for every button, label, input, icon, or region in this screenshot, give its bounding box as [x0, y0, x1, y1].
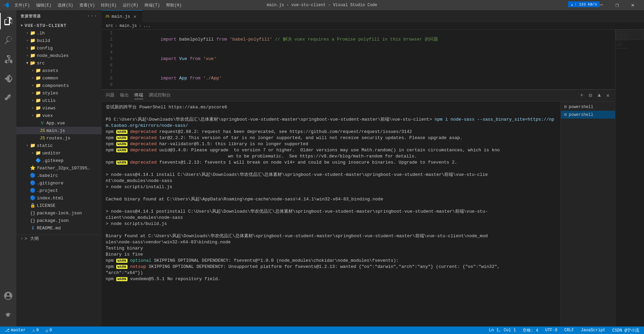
- split-terminal-button[interactable]: ⊟: [587, 91, 594, 100]
- terminal-tab-output[interactable]: 输出: [120, 92, 129, 99]
- tree-item-ueditor[interactable]: › 📁 ueditor: [16, 149, 102, 157]
- status-position[interactable]: Ln 1, Col 1: [487, 327, 518, 334]
- activity-account[interactable]: [0, 288, 16, 304]
- terminal-line-blank2: [106, 166, 556, 172]
- tree-item-package-lock[interactable]: {} package-lock.json: [16, 209, 102, 217]
- terminal-tab-problems[interactable]: 问题: [106, 92, 115, 99]
- explorer-icon: [4, 17, 13, 25]
- encoding-label: UTF-8: [545, 328, 557, 333]
- tree-item-project[interactable]: 🔵 .project: [16, 187, 102, 194]
- tree-item-assets[interactable]: › 📁 assets: [16, 67, 102, 74]
- activity-search[interactable]: [0, 32, 16, 48]
- terminal-line-postinstall1: > node-sass@4.14.1 postinstall C:\Users\…: [106, 209, 556, 221]
- line-numbers: 12345 6789: [102, 30, 115, 89]
- tree-item-license[interactable]: 🔒 LICENSE: [16, 202, 102, 209]
- folder-icon-vuex: 📁: [35, 113, 41, 118]
- status-errors[interactable]: ⚠ 0: [30, 327, 41, 334]
- tree-item-feather[interactable]: ⭐ feather_32px_1073956_easyicon.net...: [16, 164, 102, 172]
- tree-item-index-html[interactable]: 🔵 index.html: [16, 194, 102, 202]
- tree-item-node-modules[interactable]: › 📁 node_modules: [16, 52, 102, 59]
- code-line-3: import App from './App': [118, 69, 615, 88]
- tree-item-utils[interactable]: › 📁 utils: [16, 97, 102, 104]
- tree-item-gitkeep[interactable]: 🔷 .gitkeep: [16, 157, 102, 164]
- tree-item-static[interactable]: › 📁 static: [16, 142, 102, 149]
- terminal-instance-label-2: powershell: [569, 112, 593, 117]
- code-lines[interactable]: import babelpolyfill from 'babel-polyfil…: [115, 30, 615, 89]
- tree-arrow-styles: ›: [30, 90, 35, 96]
- close-panel-button[interactable]: ✕: [605, 91, 611, 100]
- menu-select[interactable]: 选择(S): [55, 2, 76, 9]
- tree-item-src[interactable]: ▼ 📂 src: [16, 59, 102, 67]
- restore-button[interactable]: ❐: [609, 0, 625, 10]
- breadcrumb-file[interactable]: main.js: [120, 24, 137, 28]
- activity-run-debug[interactable]: [0, 70, 16, 87]
- activity-explorer[interactable]: [0, 13, 16, 29]
- tree-label-readme: README.md: [37, 226, 61, 231]
- tree-label-components: components: [42, 83, 69, 88]
- tree-item-babelrc[interactable]: 🔵 .babelrc: [16, 172, 102, 179]
- activity-source-control[interactable]: [0, 51, 16, 67]
- tree-item-app-vue[interactable]: V App.vue: [16, 119, 102, 127]
- tree-item-common[interactable]: › 📁 common: [16, 74, 102, 82]
- tree-item-lh[interactable]: › 📁 .lh: [16, 29, 102, 37]
- tree-item-components[interactable]: › 📁 components: [16, 82, 102, 89]
- terminal-tab-terminal[interactable]: 终端: [134, 92, 143, 99]
- tree-item-config[interactable]: › 📁 config: [16, 44, 102, 52]
- breadcrumb-sep1: ›: [115, 24, 118, 28]
- breadcrumb-src[interactable]: src: [106, 24, 113, 28]
- menu-run[interactable]: 运行(R): [120, 2, 141, 9]
- breadcrumb-symbol[interactable]: ...: [143, 24, 151, 28]
- tree-item-vuex[interactable]: › 📁 vuex: [16, 112, 102, 119]
- tree-item-routes-js[interactable]: JS routes.js: [16, 134, 102, 142]
- activity-settings[interactable]: [0, 307, 16, 323]
- tree-item-readme[interactable]: ℹ README.md: [16, 224, 102, 232]
- status-line-ending[interactable]: CRLF: [562, 327, 576, 334]
- tree-arrow-main-js: [34, 128, 40, 133]
- tree-item-views[interactable]: › 📁 views: [16, 104, 102, 112]
- sidebar-header: 资源管理器 ···: [16, 10, 102, 22]
- menu-edit[interactable]: 编辑(E): [33, 2, 55, 9]
- tree-item-build[interactable]: › 📁 build: [16, 37, 102, 44]
- terminal-instance-label-1: powershell: [569, 105, 593, 109]
- menu-file[interactable]: 文件(F): [12, 2, 33, 9]
- status-csdn[interactable]: CSDN @宁小流: [610, 327, 641, 334]
- outline-item[interactable]: › > 大纲: [16, 235, 102, 242]
- terminal-body[interactable]: 尝试新的跨平台 PowerShell https://aka.ms/pscore…: [102, 102, 560, 327]
- maximize-panel-button[interactable]: ▲: [596, 92, 602, 99]
- tab-close-main-js[interactable]: ✕: [132, 14, 138, 19]
- tree-arrow-config: ›: [25, 45, 30, 51]
- terminal-tab-debug[interactable]: 调试控制台: [149, 92, 171, 99]
- terminal-instance-1[interactable]: ⊡ powershell: [561, 103, 615, 111]
- status-warnings[interactable]: △ 0: [44, 327, 54, 334]
- tree-item-gitignore[interactable]: 🔵 .gitignore: [16, 179, 102, 187]
- tab-main-js[interactable]: JS main.js ✕: [102, 10, 143, 22]
- status-branch[interactable]: ⎇ master: [3, 327, 28, 334]
- branch-icon: ⎇: [5, 328, 10, 333]
- tree-item-styles[interactable]: › 📁 styles: [16, 89, 102, 97]
- tree-item-main-js[interactable]: JS main.js: [16, 127, 102, 134]
- terminal-tab-controls: + ⊟ ▲ ✕: [579, 91, 611, 100]
- tree-item-package-json[interactable]: {} package.json: [16, 217, 102, 224]
- sidebar-more-button[interactable]: ···: [87, 13, 98, 19]
- status-spaces[interactable]: 空格: 4: [521, 327, 540, 334]
- minimap-slider[interactable]: [615, 30, 644, 40]
- new-terminal-button[interactable]: +: [579, 92, 585, 99]
- status-language[interactable]: JavaScript: [579, 327, 608, 334]
- menu-goto[interactable]: 转到(G): [98, 2, 119, 9]
- file-icon-project: 🔵: [30, 188, 35, 193]
- warning-count: 0: [49, 328, 52, 333]
- menu-help[interactable]: 帮助(H): [163, 2, 184, 9]
- menu-terminal[interactable]: 终端(T): [142, 2, 163, 9]
- status-encoding[interactable]: UTF-8: [543, 327, 559, 334]
- terminal-instance-2[interactable]: ⊡ powershell: [561, 111, 615, 119]
- tree-arrow-build: ›: [25, 38, 30, 43]
- menu-view[interactable]: 查看(V): [77, 2, 98, 9]
- close-button[interactable]: ✕: [625, 0, 641, 10]
- tree-label-license: LICENSE: [37, 203, 56, 208]
- activity-extensions[interactable]: [0, 89, 16, 106]
- file-icon-app-vue: V: [40, 120, 45, 126]
- tree-label-src: src: [37, 61, 45, 66]
- folder-icon-build: 📁: [30, 38, 35, 43]
- source-control-icon: [4, 55, 12, 63]
- tree-root[interactable]: ▼ VUE-STU-CLIENT: [16, 22, 102, 29]
